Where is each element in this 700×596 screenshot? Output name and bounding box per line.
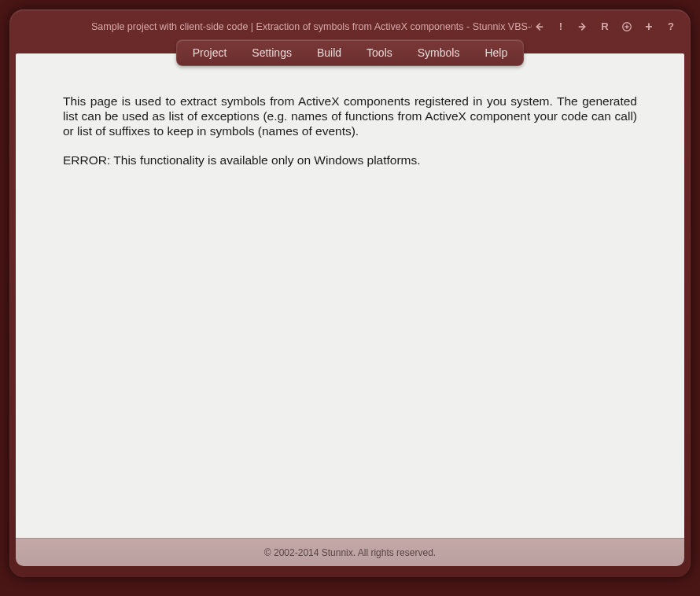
menu-symbols[interactable]: Symbols [405,40,473,65]
error-message: ERROR: This functionality is available o… [63,153,637,168]
menu-build[interactable]: Build [304,40,354,65]
back-icon[interactable] [532,20,546,34]
footer: © 2002-2014 Stunnix. All rights reserved… [16,538,684,566]
title-buttons: ! R + ? [532,20,678,34]
menu-bar-wrapper: Project Settings Build Tools Symbols Hel… [16,39,684,66]
page-description: This page is used to extract symbols fro… [63,94,637,139]
window-title: Sample project with client-side code | E… [22,21,532,32]
stop-icon[interactable]: ! [554,20,568,34]
menu-help[interactable]: Help [472,40,520,65]
app-window: Sample project with client-side code | E… [9,9,691,577]
menu-project[interactable]: Project [180,40,240,65]
title-bar: Sample project with client-side code | E… [16,16,684,39]
copyright-text: © 2002-2014 Stunnix. All rights reserved… [264,547,436,558]
add-icon[interactable]: + [642,20,656,34]
reload-icon[interactable]: R [598,20,612,34]
content-area: This page is used to extract symbols fro… [16,53,684,538]
menu-settings[interactable]: Settings [239,40,304,65]
help-icon[interactable]: ? [664,20,678,34]
zoom-icon[interactable] [620,20,634,34]
forward-icon[interactable] [576,20,590,34]
menu-bar: Project Settings Build Tools Symbols Hel… [176,39,524,66]
menu-tools[interactable]: Tools [354,40,405,65]
